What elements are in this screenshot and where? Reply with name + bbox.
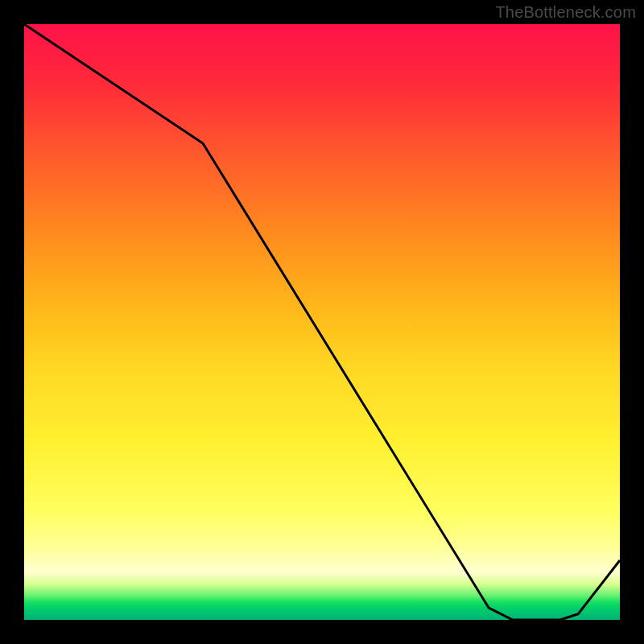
curve-path [24, 24, 620, 620]
chart-frame: TheBottleneck.com [0, 0, 644, 644]
plot-area [24, 24, 620, 620]
attribution-text: TheBottleneck.com [495, 3, 636, 22]
line-curve [24, 24, 620, 620]
